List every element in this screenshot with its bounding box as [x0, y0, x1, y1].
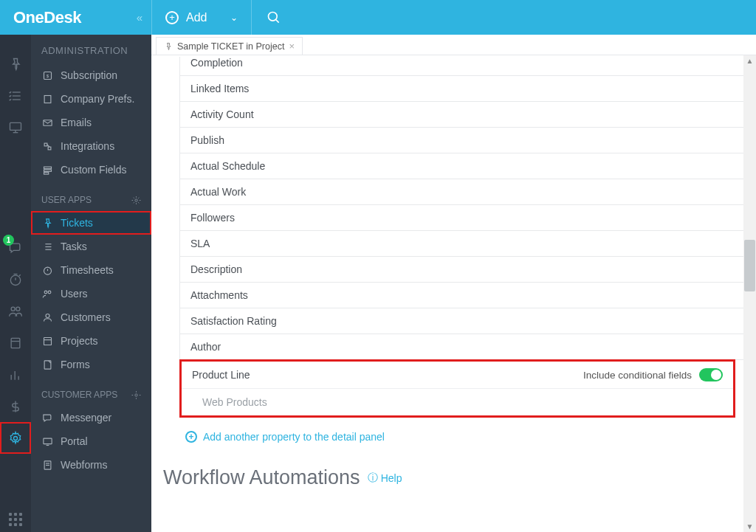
svg-rect-33 [44, 172, 48, 174]
svg-point-13 [16, 307, 20, 311]
prop-followers[interactable]: Followers [179, 205, 756, 231]
prop-publish[interactable]: Publish [179, 128, 756, 153]
sidebar: ADMINISTRATION $Subscription Company Pre… [31, 35, 151, 532]
sidebar-forms[interactable]: Forms [31, 353, 151, 376]
rail-apps-grid[interactable] [8, 513, 23, 526]
prop-product-line[interactable]: Product Line Include conditional fields [182, 362, 733, 389]
logo-area: OneDesk « [0, 8, 151, 27]
search-button[interactable] [252, 10, 296, 25]
tab-label: Sample TICKET in Project [177, 41, 284, 52]
highlighted-property: Product Line Include conditional fields … [179, 359, 735, 418]
app-logo: OneDesk [13, 8, 81, 27]
workflow-automations-heading: Workflow Automations ⓘ Help [163, 466, 756, 489]
tab-sample-ticket[interactable]: Sample TICKET in Project × [156, 37, 303, 55]
svg-line-1 [276, 19, 279, 22]
svg-point-46 [135, 393, 137, 395]
section-user-apps: USER APPS [31, 182, 151, 211]
add-property-link[interactable]: + Add another property to the detail pan… [179, 418, 756, 456]
prop-sla[interactable]: SLA [179, 231, 756, 257]
include-conditional-label: Include conditional fields [583, 370, 692, 381]
svg-text:$: $ [46, 73, 49, 78]
svg-rect-14 [11, 338, 20, 348]
search-icon [267, 10, 281, 25]
sidebar-integrations[interactable]: Integrations [31, 134, 151, 158]
rail-pin[interactable] [0, 48, 31, 80]
scroll-thumb[interactable] [744, 240, 755, 291]
prop-attachments[interactable]: Attachments [179, 283, 756, 308]
prop-actual-work[interactable]: Actual Work [179, 179, 756, 205]
sidebar-webforms[interactable]: Webforms [31, 453, 151, 477]
sidebar-tickets[interactable]: Tickets [31, 211, 151, 235]
svg-point-40 [44, 291, 47, 294]
rail-analytics[interactable] [0, 359, 31, 390]
main-area: Sample TICKET in Project × Completion Li… [151, 35, 756, 532]
rail-settings[interactable] [0, 422, 31, 454]
property-list: Completion Linked Items Activity Count P… [179, 57, 756, 360]
conditional-toggle[interactable] [699, 368, 723, 381]
rail-timer[interactable] [0, 263, 31, 295]
sidebar-customers[interactable]: Customers [31, 305, 151, 329]
sidebar-timesheets[interactable]: Timesheets [31, 258, 151, 282]
svg-point-20 [14, 436, 18, 440]
rail-messages[interactable]: 1 [0, 232, 31, 263]
scroll-down-icon[interactable]: ▼ [743, 522, 756, 531]
plus-circle-icon: + [165, 11, 179, 24]
chevron-down-icon: ⌄ [230, 13, 238, 23]
svg-rect-5 [10, 122, 21, 130]
sidebar-company-prefs[interactable]: Company Prefs. [31, 87, 151, 111]
prop-description[interactable]: Description [179, 257, 756, 283]
svg-point-42 [46, 314, 49, 317]
scroll-up-icon[interactable]: ▲ [743, 57, 756, 65]
sidebar-emails[interactable]: Emails [31, 111, 151, 134]
svg-rect-31 [44, 167, 51, 169]
sidebar-tasks[interactable]: Tasks [31, 235, 151, 258]
collapse-sidebar-icon[interactable]: « [137, 11, 142, 24]
svg-point-12 [11, 307, 15, 311]
sidebar-custom-fields[interactable]: Custom Fields [31, 158, 151, 182]
topbar: OneDesk « + Add ⌄ [0, 0, 756, 35]
sidebar-subscription[interactable]: $Subscription [31, 63, 151, 87]
sidebar-projects[interactable]: Projects [31, 329, 151, 353]
prop-actual-schedule[interactable]: Actual Schedule [179, 153, 756, 179]
prop-completion[interactable]: Completion [179, 57, 756, 76]
svg-point-41 [48, 291, 51, 294]
sidebar-users[interactable]: Users [31, 282, 151, 305]
content: Completion Linked Items Activity Count P… [151, 55, 756, 532]
add-label: Add [186, 11, 207, 24]
vertical-scrollbar[interactable]: ▲ ▼ [743, 55, 756, 532]
gear-icon[interactable] [131, 390, 141, 400]
svg-line-11 [19, 274, 21, 276]
product-line-label: Product Line [192, 369, 250, 381]
prop-author[interactable]: Author [179, 334, 756, 360]
pin-icon [164, 42, 173, 51]
rail-tasks[interactable] [0, 80, 31, 111]
rail-project[interactable] [0, 327, 31, 359]
tabbar: Sample TICKET in Project × [151, 35, 756, 55]
svg-rect-47 [43, 438, 51, 444]
svg-point-0 [269, 12, 278, 21]
gear-icon[interactable] [131, 196, 141, 205]
svg-point-34 [135, 198, 137, 201]
rail-screen[interactable] [0, 111, 31, 143]
icon-rail: 1 [0, 35, 31, 532]
section-customer-apps: CUSTOMER APPS [31, 376, 151, 406]
svg-rect-23 [44, 95, 51, 103]
plus-circle-icon: + [185, 431, 197, 443]
close-icon[interactable]: × [289, 41, 295, 52]
notification-badge: 1 [3, 235, 14, 246]
rail-finance[interactable] [0, 390, 31, 422]
section-administration: ADMINISTRATION [31, 35, 151, 63]
prop-web-products[interactable]: Web Products [182, 389, 733, 415]
svg-rect-43 [44, 337, 51, 345]
svg-rect-29 [48, 147, 51, 150]
prop-activity-count[interactable]: Activity Count [179, 102, 756, 128]
help-link[interactable]: ⓘ Help [368, 471, 402, 485]
sidebar-portal[interactable]: Portal [31, 429, 151, 453]
sidebar-messenger[interactable]: Messenger [31, 406, 151, 429]
svg-rect-32 [44, 169, 51, 171]
add-dropdown[interactable]: + Add ⌄ [151, 0, 252, 35]
prop-linked-items[interactable]: Linked Items [179, 76, 756, 102]
rail-users[interactable] [0, 295, 31, 327]
prop-satisfaction[interactable]: Satisfaction Rating [179, 308, 756, 334]
svg-rect-28 [44, 143, 47, 146]
